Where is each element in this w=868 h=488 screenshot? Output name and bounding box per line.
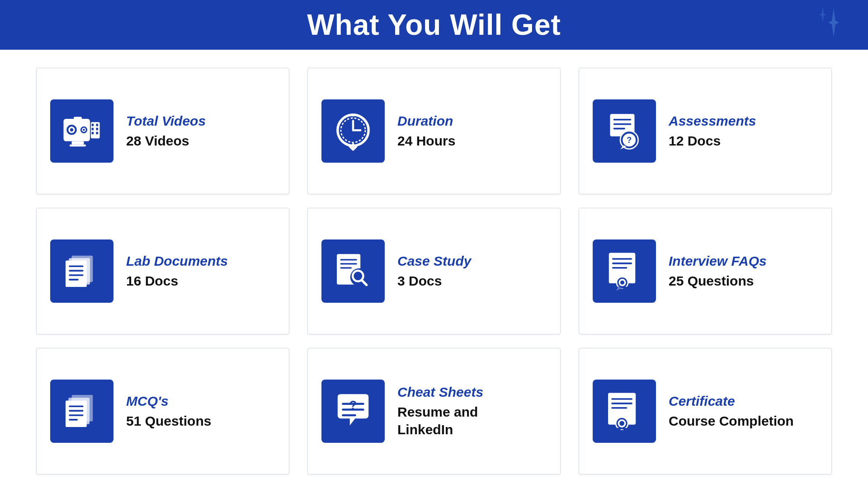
assessments-value: 12 Docs [669,132,756,150]
svg-rect-52 [66,401,87,427]
cheat-sheets-value: Resume andLinkedIn [397,403,483,438]
assessment-doc-icon: ? [604,111,645,151]
interview-faqs-icon-box [593,239,656,303]
page-header: What You Will Get [0,0,868,50]
mcqs-text: MCQ's 51 Questions [126,393,211,430]
lab-documents-title: Lab Documents [126,253,228,269]
duration-icon-box [321,99,385,163]
sparkle-decoration-icon [805,5,841,41]
total-videos-icon-box [50,99,113,163]
duration-text: Duration 24 Hours [397,113,455,150]
svg-rect-16 [96,132,99,134]
interview-faqs-icon [604,251,645,291]
card-cheat-sheets: ? Cheat Sheets Resume andLinkedIn [307,348,561,474]
case-study-title: Case Study [397,253,471,269]
lab-documents-icon-box [50,239,113,303]
total-videos-value: 28 Videos [126,132,206,150]
card-assessments: ? Assessments 12 Docs [579,68,832,194]
mcqs-value: 51 Questions [126,412,211,430]
total-videos-text: Total Videos 28 Videos [126,113,206,150]
card-interview-faqs: Interview FAQs 25 Questions [579,208,832,334]
card-certificate: Certificate Course Completion [579,348,832,474]
svg-point-67 [619,421,624,426]
lab-documents-value: 16 Docs [126,272,228,290]
assessments-title: Assessments [669,113,756,129]
interview-faqs-value: 25 Questions [669,272,767,290]
svg-text:?: ? [627,136,632,145]
interview-faqs-title: Interview FAQs [669,253,767,269]
mcqs-icon [61,391,102,432]
card-case-study: Case Study 3 Docs [307,208,561,334]
duration-value: 24 Hours [397,132,455,150]
certificate-value: Course Completion [669,412,794,430]
cheat-sheets-title: Cheat Sheets [397,384,483,400]
card-total-videos: Total Videos 28 Videos [36,68,289,194]
svg-text:?: ? [349,399,357,412]
svg-rect-12 [92,128,94,130]
svg-rect-15 [96,128,99,130]
page-title: What You Will Get [307,8,561,42]
mcqs-icon-box [50,380,113,443]
svg-rect-21 [351,114,354,116]
case-study-text: Case Study 3 Docs [397,253,471,290]
lab-documents-icon [61,251,102,291]
cards-grid: Total Videos 28 Videos Duration 24 Hours [0,50,868,488]
svg-rect-31 [66,261,87,287]
assessments-text: Assessments 12 Docs [669,113,756,150]
svg-rect-7 [72,141,84,145]
cheat-sheets-icon-box: ? [321,380,385,443]
svg-rect-9 [74,117,82,120]
svg-rect-11 [92,124,94,126]
svg-point-49 [620,281,624,285]
svg-point-3 [70,128,73,131]
assessments-icon-box: ? [593,99,656,163]
svg-rect-14 [96,124,99,126]
certificate-title: Certificate [669,393,794,409]
interview-faqs-text: Interview FAQs 25 Questions [669,253,767,290]
card-duration: Duration 24 Hours [307,68,561,194]
case-study-icon [333,251,373,291]
svg-rect-13 [92,132,94,134]
case-study-icon-box [321,239,385,303]
case-study-value: 3 Docs [397,272,471,290]
chat-question-icon: ? [333,391,373,432]
cheat-sheets-text: Cheat Sheets Resume andLinkedIn [397,384,483,438]
card-lab-documents: Lab Documents 16 Docs [36,208,289,334]
card-mcqs: MCQ's 51 Questions [36,348,289,474]
lab-documents-text: Lab Documents 16 Docs [126,253,228,290]
certificate-icon-box [593,380,656,443]
svg-point-6 [83,129,85,131]
video-camera-icon [61,111,102,151]
clock-download-icon [333,111,373,151]
certificate2-icon [604,391,645,432]
svg-rect-8 [70,145,86,147]
total-videos-title: Total Videos [126,113,206,129]
duration-title: Duration [397,113,455,129]
mcqs-title: MCQ's [126,393,211,409]
certificate-text: Certificate Course Completion [669,393,794,430]
